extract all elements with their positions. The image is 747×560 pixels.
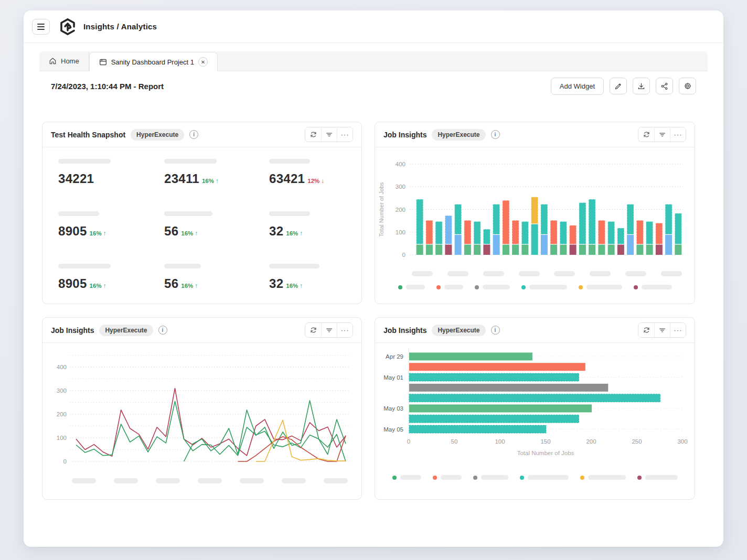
ellipsis-icon: ··· (341, 132, 349, 137)
widget-title: Job Insights (51, 326, 94, 335)
widget-title: Test Health Snapshot (51, 131, 125, 139)
widget-controls: ··· (638, 322, 686, 338)
legend-item[interactable] (580, 475, 626, 480)
widget-badge: HyperExecute (432, 325, 485, 336)
more-options-button[interactable]: ··· (670, 127, 686, 142)
refresh-button[interactable] (305, 127, 321, 142)
refresh-button[interactable] (638, 323, 654, 337)
stat-value: 34221 (58, 171, 94, 186)
svg-text:Total Number of Jobs: Total Number of Jobs (378, 182, 385, 236)
stat-item: 3216% ↑ (269, 211, 346, 264)
legend-dot (433, 476, 437, 480)
stat-label-skeleton (58, 211, 99, 216)
info-icon[interactable]: i (491, 130, 500, 139)
stat-delta: 12% ↓ (307, 178, 324, 184)
tab-sanity-dashboard[interactable]: Sanity Dashboard Project 1 ✕ (89, 52, 218, 71)
svg-text:100: 100 (57, 435, 67, 441)
info-icon[interactable]: i (158, 326, 167, 335)
chart-legend (375, 475, 695, 480)
svg-text:Total Number of Jobs: Total Number of Jobs (517, 450, 574, 456)
legend-item[interactable] (634, 285, 672, 289)
x-tick-skeleton (198, 478, 222, 483)
hamburger-menu-button[interactable] (32, 19, 50, 35)
stat-item: 890516% ↑ (58, 211, 164, 264)
more-options-button[interactable]: ··· (337, 323, 353, 337)
legend-item[interactable] (521, 285, 567, 289)
widget-title: Job Insights (383, 131, 426, 139)
download-button[interactable] (633, 78, 650, 94)
refresh-button[interactable] (638, 127, 654, 142)
svg-text:250: 250 (632, 438, 642, 445)
x-axis-skeleton-labels (72, 478, 348, 483)
legend-label-skeleton (483, 285, 510, 289)
widget-badge: HyperExecute (432, 129, 485, 141)
widget-job-insights-bar: Job Insights HyperExecute i ··· 01002003… (375, 122, 695, 304)
add-widget-button[interactable]: Add Widget (551, 78, 604, 95)
svg-text:200: 200 (586, 438, 596, 445)
share-button[interactable] (656, 78, 673, 94)
more-options-button[interactable]: ··· (337, 127, 353, 142)
svg-text:50: 50 (451, 438, 458, 445)
legend-item[interactable] (392, 475, 421, 480)
tab-bar: Home Sanity Dashboard Project 1 ✕ (39, 51, 708, 71)
svg-text:May 01: May 01 (383, 374, 403, 381)
widget-badge: HyperExecute (131, 129, 184, 141)
gear-icon (684, 82, 692, 90)
legend-dot (473, 476, 477, 480)
legend-dot (521, 285, 526, 289)
legend-item[interactable] (475, 285, 510, 289)
legend-item[interactable] (433, 475, 462, 480)
info-icon[interactable]: i (491, 326, 500, 335)
chart-legend (375, 285, 695, 289)
svg-text:400: 400 (396, 161, 405, 167)
legend-item[interactable] (579, 285, 622, 289)
stat-value: 32 (269, 276, 283, 291)
refresh-button[interactable] (305, 323, 321, 337)
settings-button[interactable] (679, 78, 696, 94)
stat-label-skeleton (164, 264, 201, 268)
home-icon (49, 57, 57, 65)
stat-item: 890516% ↑ (58, 264, 164, 304)
x-tick-skeleton (554, 271, 575, 276)
legend-item[interactable] (520, 475, 569, 480)
info-icon[interactable]: i (189, 130, 198, 139)
legend-dot (436, 285, 441, 289)
app-window: Insights / Analytics Home Sanity Dashboa… (24, 10, 723, 547)
filter-button[interactable] (654, 323, 670, 337)
svg-text:300: 300 (396, 184, 405, 190)
close-tab-icon[interactable]: ✕ (198, 57, 208, 67)
legend-label-skeleton (586, 285, 622, 289)
legend-item[interactable] (436, 285, 463, 289)
legend-label-skeleton (441, 475, 462, 480)
svg-text:300: 300 (677, 438, 687, 445)
svg-text:100: 100 (396, 229, 405, 235)
x-tick-skeleton (156, 478, 180, 483)
filter-button[interactable] (321, 323, 337, 337)
share-icon (660, 82, 668, 90)
tab-home[interactable]: Home (39, 51, 89, 71)
legend-item[interactable] (637, 475, 678, 480)
legend-item[interactable] (398, 285, 425, 289)
svg-text:May 05: May 05 (383, 426, 403, 433)
stat-label-skeleton (58, 159, 111, 164)
stat-value: 8905 (58, 276, 87, 291)
edit-button[interactable] (610, 78, 627, 94)
x-tick-skeleton (282, 478, 306, 483)
legend-label-skeleton (444, 285, 463, 289)
stat-item: 5616% ↑ (164, 211, 269, 264)
stat-item: 5616% ↑ (164, 264, 269, 304)
widget-controls: ··· (638, 127, 686, 142)
pencil-icon (614, 82, 622, 90)
more-options-button[interactable]: ··· (670, 323, 686, 337)
x-tick-skeleton (114, 478, 138, 483)
filter-button[interactable] (321, 127, 337, 142)
legend-label-skeleton (481, 475, 508, 480)
x-tick-skeleton (447, 271, 468, 276)
legend-item[interactable] (473, 475, 508, 480)
svg-text:Apr 29: Apr 29 (386, 353, 403, 360)
svg-text:0: 0 (63, 458, 67, 465)
report-toolbar: 7/24/2023, 1:10:44 PM - Report Add Widge… (24, 71, 723, 101)
filter-button[interactable] (654, 127, 670, 142)
legend-label-skeleton (528, 475, 569, 480)
widget-badge: HyperExecute (99, 325, 153, 336)
